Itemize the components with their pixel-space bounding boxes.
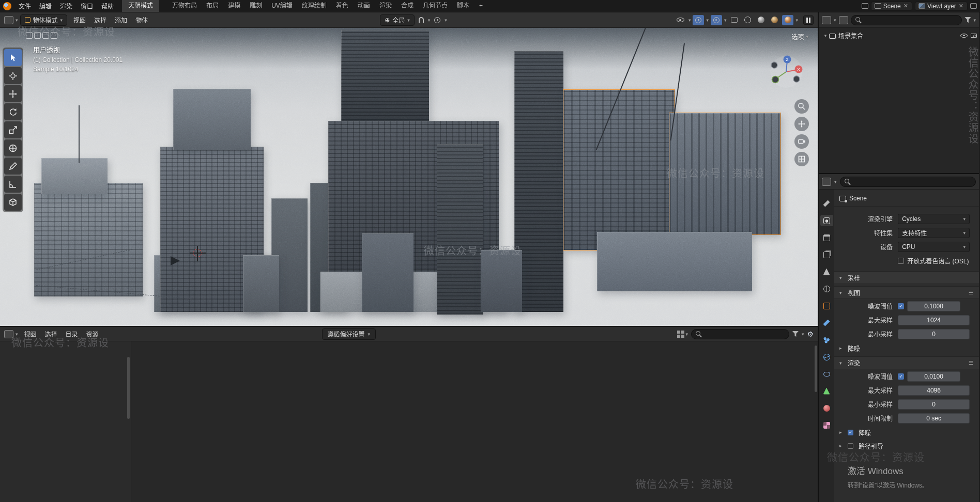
cursor-tool[interactable] (4, 67, 22, 84)
overlays-toggle[interactable] (711, 15, 722, 25)
orthographic-toggle-button[interactable] (794, 152, 809, 166)
rd-noise-checkbox[interactable]: ✓ (898, 373, 904, 380)
editor-type-3d-icon[interactable] (4, 16, 13, 24)
shading-rendered-button[interactable] (782, 15, 793, 25)
rd-time-field[interactable]: 0 sec (898, 413, 970, 423)
navigation-gizmo[interactable]: X Z (769, 55, 803, 89)
workspace-tab-9[interactable]: 合成 (396, 0, 418, 12)
editor-type-asset-icon[interactable] (4, 330, 13, 338)
add-cube-tool[interactable] (4, 194, 22, 211)
gear-icon[interactable]: ⚙ (807, 330, 814, 338)
display-size-dropdown[interactable]: ▾ (677, 331, 688, 338)
select-box-tool[interactable] (4, 49, 22, 66)
mode-dropdown[interactable]: 物体模式 ▾ (20, 14, 68, 26)
topbar-menu-2[interactable]: 渲染 (56, 2, 76, 11)
rd-noise-field[interactable]: 0.0100 (907, 371, 960, 382)
path-guiding-header[interactable]: ▸ 路径引导 (834, 440, 979, 452)
chevron-down-icon[interactable]: ▾ (428, 18, 431, 23)
tab-particles[interactable] (820, 334, 833, 346)
viewport-sampling-header[interactable]: ▾ 视图 ☰ (834, 286, 979, 299)
shading-wireframe-button[interactable] (742, 15, 753, 25)
editor-type-properties-icon[interactable] (822, 178, 831, 186)
linked-copies-icon[interactable] (862, 3, 868, 9)
tab-render[interactable] (820, 215, 833, 226)
rd-min-field[interactable]: 0 (898, 399, 970, 410)
tab-view-layer[interactable] (820, 249, 833, 260)
tab-texture[interactable] (820, 419, 833, 431)
chevron-down-icon[interactable]: ▾ (445, 18, 447, 23)
camera-view-button[interactable] (794, 134, 809, 149)
outliner-row--[interactable]: ▾场景集合 (819, 29, 979, 41)
zoom-view-button[interactable] (794, 99, 809, 114)
asset-menu-0[interactable]: 视图 (20, 330, 41, 340)
transform-tool[interactable] (4, 139, 22, 156)
selectability-dropdown[interactable] (675, 15, 686, 25)
pause-render-button[interactable] (803, 15, 814, 25)
device-select[interactable]: CPU ▾ (898, 242, 970, 252)
remove-viewlayer-icon[interactable]: ✕ (958, 3, 964, 9)
osl-checkbox[interactable] (898, 258, 904, 264)
sidebar-scrollbar[interactable] (127, 357, 130, 419)
asset-menu-2[interactable]: 目录 (62, 330, 82, 340)
tab-material[interactable] (820, 402, 833, 414)
shading-solid-button[interactable] (755, 15, 767, 25)
topbar-menu-0[interactable]: 文件 (14, 2, 35, 11)
workspace-tab-2[interactable]: 建模 (223, 0, 245, 12)
scale-tool[interactable] (4, 121, 22, 138)
viewport-menu-3[interactable]: 物体 (131, 15, 152, 26)
asset-grid-scrollbar[interactable] (815, 346, 817, 392)
camera-visibility-icon[interactable] (971, 34, 977, 38)
pan-view-button[interactable] (794, 117, 809, 131)
annotate-tool[interactable] (4, 158, 22, 175)
render-sampling-header[interactable]: ▾ 渲染 ☰ (834, 356, 979, 369)
outliner-search-input[interactable] (851, 15, 962, 25)
tab-physics[interactable] (820, 351, 833, 363)
workspace-tab-5[interactable]: 纹理绘制 (297, 0, 331, 12)
snap-magnet-icon[interactable] (419, 17, 424, 23)
gizmos-toggle[interactable] (693, 15, 704, 25)
transform-orientation-dropdown[interactable]: ⊕ 全局 ▾ (380, 14, 415, 26)
3d-viewport[interactable]: 用户透视 (1) Collection | Collection 20.001 … (0, 28, 818, 326)
screen-layout-icon[interactable] (970, 3, 977, 9)
tab-modifiers[interactable] (820, 317, 833, 328)
tab-constraints[interactable] (820, 368, 833, 380)
move-tool[interactable] (4, 85, 22, 102)
import-method-dropdown[interactable]: 遵循偏好设置 ▾ (322, 328, 376, 340)
viewport-menu-0[interactable]: 视图 (69, 15, 90, 26)
workspace-tab-4[interactable]: UV编辑 (267, 0, 297, 12)
tab-output[interactable] (820, 232, 833, 243)
tab-custom-mode[interactable]: 天朝模式 (122, 0, 159, 12)
panel-menu-icon[interactable]: ☰ (969, 290, 974, 295)
topbar-menu-3[interactable]: 窗口 (76, 2, 97, 11)
panel-menu-icon[interactable]: ☰ (969, 360, 974, 366)
render-engine-select[interactable]: Cycles ▾ (898, 214, 970, 224)
unlink-scene-icon[interactable]: ✕ (903, 3, 909, 9)
scene-selector[interactable]: Scene ✕ (871, 2, 912, 11)
rd-denoise-checkbox[interactable]: ✓ (848, 430, 853, 435)
options-dropdown[interactable]: 选项 ▾ (791, 32, 808, 41)
viewport-menu-1[interactable]: 选择 (90, 15, 111, 26)
tab-tool[interactable] (820, 198, 833, 209)
eye-icon[interactable] (960, 34, 968, 38)
workspace-tab-7[interactable]: 动画 (353, 0, 375, 12)
asset-menu-1[interactable]: 选择 (41, 330, 62, 340)
measure-tool[interactable] (4, 176, 22, 193)
filter-icon[interactable] (792, 331, 799, 337)
properties-search-input[interactable] (840, 177, 976, 187)
vp-max-field[interactable]: 1024 (898, 315, 970, 325)
asset-menu-3[interactable]: 资源 (82, 330, 103, 340)
display-mode-icon[interactable] (839, 16, 848, 24)
add-workspace-button[interactable]: + (475, 0, 487, 12)
editor-type-outliner-icon[interactable] (822, 16, 831, 24)
tab-scene[interactable] (820, 266, 833, 277)
sampling-panel-header[interactable]: ▾ 采样 (834, 271, 979, 284)
shading-material-button[interactable] (769, 15, 780, 25)
topbar-menu-4[interactable]: 帮助 (97, 2, 118, 11)
feature-set-select[interactable]: 支持特性 ▾ (898, 228, 970, 238)
viewport-menu-2[interactable]: 添加 (111, 15, 131, 26)
tab-world[interactable] (820, 283, 833, 294)
xray-toggle[interactable] (728, 15, 740, 25)
asset-search-input[interactable] (691, 329, 789, 339)
workspace-tab-10[interactable]: 几何节点 (418, 0, 452, 12)
rd-max-field[interactable]: 4096 (898, 385, 970, 396)
